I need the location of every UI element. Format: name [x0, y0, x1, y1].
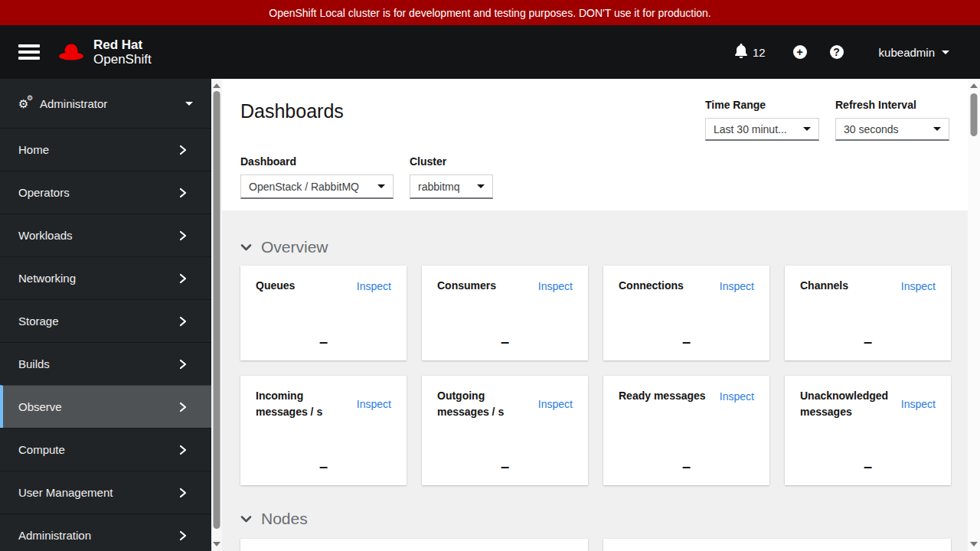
masthead: Red Hat OpenShift 12 + ? kub — [0, 25, 980, 79]
dashboard-label: Dashboard — [240, 155, 394, 168]
main-content: Dashboards Time Range Last 30 minut... R… — [222, 79, 968, 551]
chevron-right-icon — [179, 445, 187, 455]
inspect-link[interactable]: Inspect — [357, 398, 391, 410]
inspect-link[interactable]: Inspect — [901, 280, 936, 292]
cluster-select[interactable]: rabbitmq — [410, 174, 493, 199]
sidebar-item-observe[interactable]: Observe — [0, 385, 211, 428]
refresh-interval-select[interactable]: 30 seconds — [835, 118, 949, 141]
time-range-label: Time Range — [705, 99, 819, 111]
sidebar-item-administration[interactable]: Administration — [0, 514, 211, 551]
sidebar-item-label: Home — [18, 143, 49, 156]
caret-down-icon — [933, 127, 941, 131]
scrollbar-thumb[interactable] — [971, 93, 978, 136]
question-circle-icon: ? — [830, 45, 844, 59]
time-range-select[interactable]: Last 30 minut... — [705, 118, 819, 141]
card-title: Queues — [256, 278, 295, 294]
scroll-down-arrow-icon[interactable] — [213, 542, 220, 546]
card-empty-value: – — [501, 458, 509, 474]
refresh-interval-label: Refresh Interval — [835, 99, 949, 111]
card-title: Outgoing messages / s — [437, 388, 525, 420]
help-button[interactable]: ? — [830, 45, 844, 59]
sidebar-item-home[interactable]: Home — [0, 128, 211, 171]
inspect-link[interactable]: Inspect — [720, 280, 754, 292]
scroll-down-arrow-icon[interactable] — [970, 542, 978, 546]
sidebar-item-storage[interactable]: Storage — [0, 299, 211, 342]
brand-line1: Red Hat — [93, 37, 152, 52]
scroll-up-arrow-icon[interactable] — [213, 83, 220, 88]
sidebar-item-label: Administration — [18, 529, 91, 542]
card-empty-value: – — [319, 458, 328, 474]
section-toggle-nodes[interactable]: Nodes — [240, 510, 951, 528]
chevron-right-icon — [179, 316, 187, 327]
cluster-label: Cluster — [410, 155, 493, 168]
sidebar-item-label: Compute — [18, 443, 65, 456]
section-title-nodes: Nodes — [261, 510, 308, 528]
scroll-up-arrow-icon[interactable] — [970, 83, 978, 88]
chevron-right-icon — [179, 359, 187, 370]
card-empty-value: – — [319, 333, 328, 350]
inspect-link[interactable]: Inspect — [720, 390, 754, 403]
chevron-right-icon — [179, 187, 187, 198]
quick-create-button[interactable]: + — [793, 45, 807, 59]
sidebar-item-user-management[interactable]: User Management — [0, 471, 211, 514]
sidebar-item-label: Operators — [18, 186, 70, 199]
username: kubeadmin — [879, 46, 935, 59]
sidebar-item-label: Networking — [18, 272, 76, 285]
notifications-button[interactable]: 12 — [735, 44, 766, 61]
card-empty-value: – — [682, 458, 691, 474]
hamburger-menu-icon[interactable] — [18, 44, 40, 60]
perspective-label: Administrator — [40, 97, 107, 110]
chevron-down-icon — [240, 515, 252, 523]
chevron-down-icon — [240, 243, 252, 252]
scrollbar-thumb[interactable] — [214, 91, 220, 529]
page-title: Dashboards — [240, 100, 344, 122]
inspect-link[interactable]: Inspect — [538, 280, 573, 292]
dashboard-grid-area: Overview Queues Inspect – Consumers Insp… — [222, 210, 968, 551]
card-title: Unacknowledged messages — [800, 388, 888, 420]
section-toggle-overview[interactable]: Overview — [240, 238, 951, 256]
redhat-fedora-icon — [57, 41, 86, 64]
sidebar-item-networking[interactable]: Networking — [0, 256, 211, 299]
caret-down-icon — [477, 184, 485, 188]
openshift-console: OpenShift Local cluster is for developme… — [0, 0, 980, 551]
inspect-link[interactable]: Inspect — [538, 398, 573, 410]
inspect-link[interactable]: Inspect — [357, 280, 391, 292]
sidebar-item-compute[interactable]: Compute — [0, 428, 211, 471]
inspect-link[interactable]: Inspect — [901, 398, 936, 410]
dashboards-toolbar: Dashboards Time Range Last 30 minut... R… — [222, 79, 968, 210]
sidebar-item-builds[interactable]: Builds — [0, 342, 211, 385]
sidebar-item-label: User Management — [18, 486, 113, 499]
sidebar-item-label: Storage — [18, 315, 59, 328]
card-connections: Connections Inspect – — [603, 266, 769, 360]
chevron-right-icon — [179, 145, 187, 155]
card-title: Channels — [800, 278, 848, 294]
dashboard-select[interactable]: OpenStack / RabbitMQ — [240, 174, 394, 199]
user-menu[interactable]: kubeadmin — [879, 46, 949, 59]
sidebar-item-workloads[interactable]: Workloads — [0, 214, 211, 256]
sidebar-item-label: Observe — [18, 400, 62, 413]
sidebar-scrollbar[interactable] — [211, 79, 222, 551]
bell-icon — [735, 44, 747, 61]
main-scrollbar[interactable] — [968, 79, 980, 551]
caret-down-icon — [377, 184, 385, 188]
card-outgoing-messages: Outgoing messages / s Inspect – — [422, 376, 588, 485]
sidebar-item-operators[interactable]: Operators — [0, 171, 211, 214]
sidebar-nav: ⚙⚙ Administrator Home Operators Workload… — [0, 79, 211, 551]
sidebar-item-label: Workloads — [18, 229, 73, 242]
cluster-warning-banner: OpenShift Local cluster is for developme… — [0, 0, 980, 25]
chevron-right-icon — [179, 402, 187, 412]
nodes-card-left — [240, 539, 588, 551]
chevron-right-icon — [179, 530, 187, 541]
plus-circle-icon: + — [793, 45, 807, 59]
banner-text: OpenShift Local cluster is for developme… — [269, 7, 711, 19]
nodes-card-right — [603, 539, 951, 551]
sidebar-item-label: Builds — [18, 357, 50, 370]
card-consumers: Consumers Inspect – — [422, 266, 588, 360]
cogs-icon: ⚙⚙ — [18, 96, 37, 111]
time-range-value: Last 30 minut... — [714, 123, 787, 135]
notification-count: 12 — [753, 46, 766, 59]
perspective-switcher[interactable]: ⚙⚙ Administrator — [0, 79, 211, 128]
card-empty-value: – — [864, 333, 872, 350]
card-title: Ready messages — [619, 388, 706, 404]
redhat-openshift-logo: Red Hat OpenShift — [57, 37, 152, 67]
